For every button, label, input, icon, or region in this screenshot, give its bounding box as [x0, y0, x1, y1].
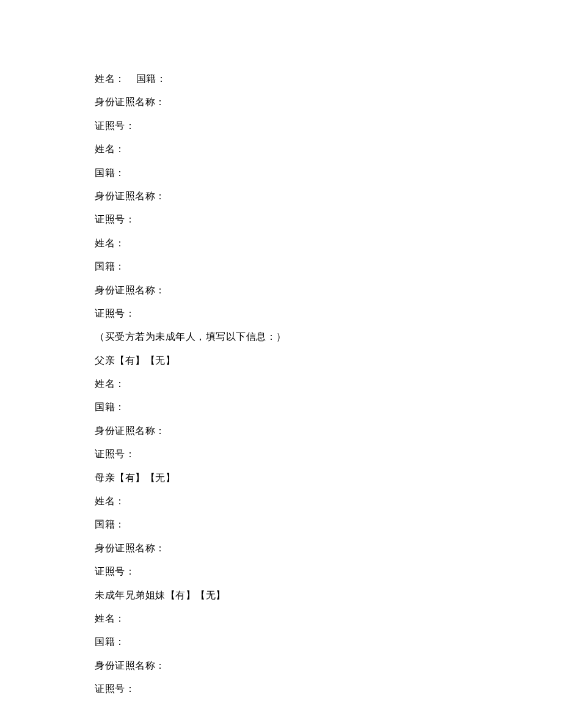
field-label: 身份证照名称： — [95, 543, 166, 553]
field-label: 国籍： — [95, 519, 125, 529]
field-label: 国籍： — [136, 73, 167, 84]
form-line: 证照号： — [95, 677, 562, 700]
field-label: 母亲【有】【无】 — [95, 472, 175, 483]
field-label: 证照号： — [95, 308, 135, 318]
form-line: 国籍： — [95, 161, 562, 185]
field-label: 姓名： — [95, 496, 125, 506]
field-label: 国籍： — [95, 261, 125, 271]
form-line: 国籍： — [95, 255, 562, 278]
form-line: 姓名： — [95, 490, 562, 513]
field-label: 证照号： — [95, 449, 135, 459]
form-line: 证照号： — [95, 560, 562, 583]
document-body: 姓名：国籍：身份证照名称：证照号：姓名：国籍：身份证照名称：证照号：姓名：国籍：… — [95, 67, 562, 701]
form-line: 姓名：国籍： — [95, 67, 562, 90]
field-label: 证照号： — [95, 683, 135, 694]
form-line: 姓名： — [95, 232, 562, 255]
field-label: 国籍： — [95, 402, 125, 412]
form-line: 身份证照名称： — [95, 90, 562, 114]
form-line: 姓名： — [95, 138, 562, 161]
form-line: 证照号： — [95, 208, 562, 231]
form-line: 身份证照名称： — [95, 419, 562, 443]
form-line: 国籍： — [95, 395, 562, 419]
form-line: 父亲【有】【无】 — [95, 349, 562, 372]
field-label: 国籍： — [95, 167, 125, 178]
form-line: 身份证照名称： — [95, 185, 562, 208]
field-label: 身份证照名称： — [95, 660, 166, 671]
form-line: 未成年兄弟姐妹【有】【无】 — [95, 584, 562, 607]
field-label: 父亲【有】【无】 — [95, 355, 175, 366]
field-label: 姓名： — [95, 73, 125, 84]
field-label: 证照号： — [95, 120, 135, 131]
form-line: 证照号： — [95, 443, 562, 466]
field-label: 国籍： — [95, 636, 125, 647]
form-line: （买受方若为未成年人，填写以下信息：） — [95, 325, 562, 348]
field-label: 身份证照名称： — [95, 97, 166, 107]
form-line: 身份证照名称： — [95, 537, 562, 560]
form-line: 证照号： — [95, 114, 562, 138]
field-label: 姓名： — [95, 613, 125, 623]
field-label: 姓名： — [95, 144, 125, 154]
field-label: 身份证照名称： — [95, 191, 166, 201]
form-line: 身份证照名称： — [95, 279, 562, 302]
field-label: （买受方若为未成年人，填写以下信息：） — [95, 331, 286, 342]
field-label: 未成年兄弟姐妹【有】【无】 — [95, 590, 226, 600]
form-line: 姓名： — [95, 372, 562, 395]
form-line: 国籍： — [95, 630, 562, 653]
form-line: 国籍： — [95, 513, 562, 536]
form-line: 身份证照名称： — [95, 654, 562, 677]
field-label: 证照号： — [95, 566, 135, 576]
form-line: 姓名： — [95, 607, 562, 630]
form-line: 证照号： — [95, 302, 562, 325]
field-label: 证照号： — [95, 214, 135, 224]
form-line: 母亲【有】【无】 — [95, 466, 562, 490]
field-label: 身份证照名称： — [95, 285, 166, 295]
field-label: 身份证照名称： — [95, 425, 166, 436]
field-label: 姓名： — [95, 238, 125, 248]
field-label: 姓名： — [95, 378, 125, 389]
